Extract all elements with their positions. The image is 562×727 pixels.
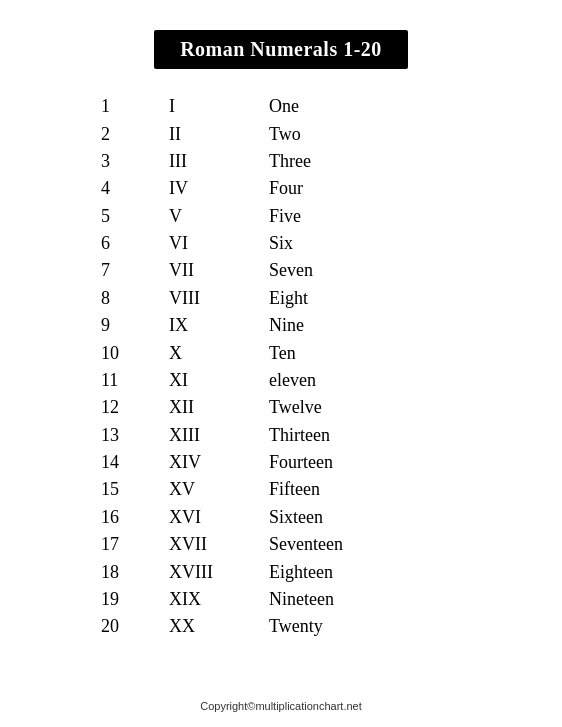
numeral-word: Three bbox=[259, 148, 521, 175]
table-row: 19XIXNineteen bbox=[41, 586, 521, 613]
numeral-number: 4 bbox=[41, 175, 129, 202]
numeral-roman: III bbox=[129, 148, 259, 175]
numeral-roman: XVIII bbox=[129, 558, 259, 585]
table-row: 11XIeleven bbox=[41, 367, 521, 394]
numeral-word: Eighteen bbox=[259, 558, 521, 585]
numeral-number: 19 bbox=[41, 586, 129, 613]
numeral-roman: XIX bbox=[129, 586, 259, 613]
table-row: 8VIIIEight bbox=[41, 285, 521, 312]
table-row: 20XXTwenty bbox=[41, 613, 521, 640]
numeral-roman: XVI bbox=[129, 504, 259, 531]
numeral-word: Nine bbox=[259, 312, 521, 339]
numeral-number: 10 bbox=[41, 339, 129, 366]
numeral-roman: XX bbox=[129, 613, 259, 640]
numeral-word: Ten bbox=[259, 339, 521, 366]
numeral-number: 13 bbox=[41, 422, 129, 449]
table-row: 6VISix bbox=[41, 230, 521, 257]
table-row: 1IOne bbox=[41, 93, 521, 120]
numeral-word: Twelve bbox=[259, 394, 521, 421]
table-row: 17XVIISeventeen bbox=[41, 531, 521, 558]
numeral-roman: XIV bbox=[129, 449, 259, 476]
numeral-roman: IV bbox=[129, 175, 259, 202]
numeral-word: Eight bbox=[259, 285, 521, 312]
numeral-number: 18 bbox=[41, 558, 129, 585]
table-row: 18XVIIIEighteen bbox=[41, 558, 521, 585]
numeral-number: 12 bbox=[41, 394, 129, 421]
numeral-word: eleven bbox=[259, 367, 521, 394]
numeral-word: Twenty bbox=[259, 613, 521, 640]
numeral-roman: V bbox=[129, 203, 259, 230]
numeral-number: 6 bbox=[41, 230, 129, 257]
numeral-roman: XV bbox=[129, 476, 259, 503]
copyright-text: Copyright©multiplicationchart.net bbox=[200, 700, 362, 712]
numeral-word: One bbox=[259, 93, 521, 120]
numeral-word: Six bbox=[259, 230, 521, 257]
numeral-roman: I bbox=[129, 93, 259, 120]
numerals-table: 1IOne2IITwo3IIIThree4IVFour5VFive6VISix7… bbox=[41, 93, 521, 641]
page-title-box: Roman Numerals 1-20 bbox=[154, 30, 408, 69]
table-row: 5VFive bbox=[41, 203, 521, 230]
numeral-number: 11 bbox=[41, 367, 129, 394]
numeral-number: 17 bbox=[41, 531, 129, 558]
numeral-roman: X bbox=[129, 339, 259, 366]
numeral-number: 16 bbox=[41, 504, 129, 531]
numeral-roman: VIII bbox=[129, 285, 259, 312]
numeral-word: Nineteen bbox=[259, 586, 521, 613]
numeral-number: 7 bbox=[41, 257, 129, 284]
table-row: 16XVISixteen bbox=[41, 504, 521, 531]
table-row: 4IVFour bbox=[41, 175, 521, 202]
numeral-number: 1 bbox=[41, 93, 129, 120]
numeral-roman: XIII bbox=[129, 422, 259, 449]
table-row: 12XIITwelve bbox=[41, 394, 521, 421]
table-row: 2IITwo bbox=[41, 120, 521, 147]
table-row: 13XIIIThirteen bbox=[41, 422, 521, 449]
numeral-word: Two bbox=[259, 120, 521, 147]
page-title: Roman Numerals 1-20 bbox=[180, 38, 382, 60]
numeral-roman: VII bbox=[129, 257, 259, 284]
numeral-number: 9 bbox=[41, 312, 129, 339]
table-row: 15XVFifteen bbox=[41, 476, 521, 503]
numeral-word: Sixteen bbox=[259, 504, 521, 531]
numeral-roman: IX bbox=[129, 312, 259, 339]
numeral-word: Seventeen bbox=[259, 531, 521, 558]
numeral-number: 8 bbox=[41, 285, 129, 312]
numeral-number: 5 bbox=[41, 203, 129, 230]
numeral-word: Four bbox=[259, 175, 521, 202]
numeral-number: 2 bbox=[41, 120, 129, 147]
table-row: 14XIVFourteen bbox=[41, 449, 521, 476]
table-row: 10XTen bbox=[41, 339, 521, 366]
numeral-word: Five bbox=[259, 203, 521, 230]
numeral-number: 20 bbox=[41, 613, 129, 640]
numeral-roman: XII bbox=[129, 394, 259, 421]
numeral-number: 14 bbox=[41, 449, 129, 476]
numeral-number: 15 bbox=[41, 476, 129, 503]
numeral-roman: XI bbox=[129, 367, 259, 394]
table-row: 9IXNine bbox=[41, 312, 521, 339]
numeral-roman: VI bbox=[129, 230, 259, 257]
table-row: 3IIIThree bbox=[41, 148, 521, 175]
numeral-number: 3 bbox=[41, 148, 129, 175]
numeral-roman: II bbox=[129, 120, 259, 147]
numeral-word: Thirteen bbox=[259, 422, 521, 449]
table-row: 7VIISeven bbox=[41, 257, 521, 284]
numeral-word: Fifteen bbox=[259, 476, 521, 503]
numeral-word: Fourteen bbox=[259, 449, 521, 476]
numeral-word: Seven bbox=[259, 257, 521, 284]
numeral-roman: XVII bbox=[129, 531, 259, 558]
